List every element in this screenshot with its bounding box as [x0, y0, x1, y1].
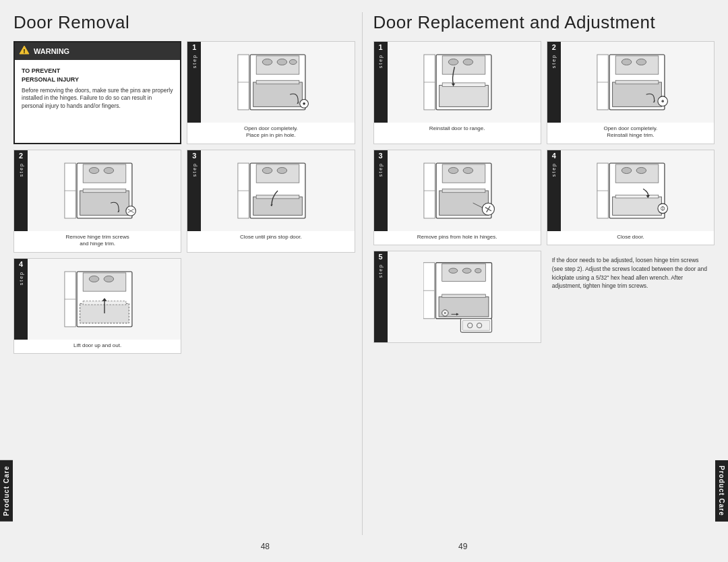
right-step-2-image	[561, 42, 714, 123]
svg-point-4	[262, 59, 272, 65]
svg-point-92	[475, 269, 481, 273]
svg-point-64	[662, 100, 665, 102]
svg-rect-32	[253, 197, 303, 215]
svg-point-78	[622, 167, 632, 173]
svg-rect-96	[442, 294, 486, 298]
right-step-2-number: 2	[552, 43, 556, 51]
svg-rect-3	[256, 56, 299, 74]
left-step-2-number: 2	[19, 152, 23, 160]
svg-point-47	[448, 59, 458, 65]
svg-rect-15	[83, 164, 126, 183]
right-step-5-text-panel: If the door needs to be adjusted, loosen…	[547, 251, 715, 343]
right-step-4-caption: Close door.	[547, 231, 714, 245]
warning-header: ! WARNING	[15, 42, 180, 60]
svg-point-16	[89, 167, 99, 173]
left-step-3-label: step	[192, 162, 197, 177]
svg-rect-72	[442, 189, 485, 192]
svg-point-6	[289, 59, 297, 64]
svg-point-91	[462, 268, 471, 273]
right-row-1: 1 step	[373, 41, 715, 144]
right-step-2-caption: Open door completely.Reinstall hinge tri…	[547, 123, 714, 144]
right-step-4-image	[561, 150, 714, 231]
left-side-tab: Product Care	[0, 460, 13, 522]
right-step-3-number: 3	[378, 152, 382, 160]
right-step-3-card: 3 step	[373, 150, 541, 245]
left-steps-row2: 2 step	[13, 150, 355, 253]
left-step-4-label: step	[19, 271, 24, 285]
svg-point-5	[277, 59, 287, 65]
right-step-1-number: 1	[378, 43, 382, 51]
left-first-row: ! WARNING TO PREVENTPERSONAL INJURY Befo…	[13, 41, 355, 144]
svg-point-13	[303, 102, 305, 105]
svg-rect-83	[616, 195, 659, 198]
svg-rect-21	[83, 189, 126, 192]
svg-text:!: !	[24, 48, 26, 55]
svg-point-29	[277, 167, 287, 173]
svg-rect-27	[256, 164, 299, 183]
left-step-4-card: 4 step	[13, 258, 181, 354]
right-step-5-caption: If the door needs to be adjusted, loosen…	[552, 256, 709, 290]
right-section: Door Replacement and Adjustment 1 step	[362, 12, 715, 535]
svg-rect-51	[439, 86, 489, 107]
right-step-3-image	[388, 150, 541, 231]
left-step-2-label: step	[19, 162, 24, 177]
svg-rect-46	[442, 56, 485, 74]
right-side-tab: Product Care	[715, 460, 728, 522]
warning-body: Before removing the doors, make sure the…	[22, 87, 173, 111]
left-step-4-caption: Lift door up and out.	[14, 340, 181, 353]
right-step-1-card: 1 step	[373, 41, 541, 144]
svg-rect-71	[439, 191, 489, 215]
left-step-3-card: 3 step	[187, 150, 355, 253]
svg-rect-77	[616, 164, 659, 183]
svg-rect-10	[256, 80, 299, 84]
left-step-2-caption: Remove hinge trim screwsand hinge trim.	[14, 231, 181, 252]
svg-point-28	[262, 167, 272, 173]
svg-point-56	[622, 59, 632, 65]
right-step-2-card: 2 step	[547, 41, 715, 144]
left-title: Door Removal	[13, 12, 355, 33]
page-number-right: 49	[458, 542, 467, 551]
left-step-1-image	[201, 42, 354, 123]
svg-point-37	[89, 276, 99, 282]
svg-point-57	[636, 59, 646, 65]
svg-rect-60	[613, 82, 662, 106]
svg-point-79	[636, 167, 646, 173]
warning-box: ! WARNING TO PREVENTPERSONAL INJURY Befo…	[13, 41, 181, 144]
left-step-3-caption: Close until pins stop door.	[187, 231, 354, 245]
page-number-left: 48	[261, 542, 270, 551]
svg-rect-52	[442, 83, 485, 86]
svg-point-68	[463, 167, 473, 173]
right-step-1-caption: Reinstall door to range.	[374, 123, 541, 136]
right-step-5-label: step	[378, 263, 383, 278]
svg-rect-98	[462, 321, 490, 331]
left-step-4-number: 4	[19, 260, 23, 268]
right-step-4-label: step	[551, 162, 556, 177]
right-step-3-label: step	[378, 162, 383, 177]
left-step-2-image	[28, 150, 181, 231]
warning-sub: TO PREVENTPERSONAL INJURY	[22, 67, 173, 84]
right-step-1-label: step	[378, 54, 383, 68]
svg-point-67	[448, 167, 458, 173]
right-step-4-number: 4	[552, 152, 556, 160]
svg-rect-33	[256, 195, 299, 198]
left-section: Door Removal ! WARNING	[13, 12, 355, 535]
svg-rect-20	[80, 191, 129, 215]
left-step-2-card: 2 step	[13, 150, 181, 253]
right-step-5-image	[388, 251, 541, 342]
right-step-1-image	[388, 42, 541, 123]
left-step-1-label: step	[192, 54, 197, 68]
right-row-2: 3 step	[373, 150, 715, 245]
warning-icon: !	[19, 45, 30, 57]
svg-point-48	[463, 59, 473, 65]
left-step-1-number: 1	[192, 43, 196, 51]
svg-rect-55	[616, 56, 659, 74]
svg-rect-61	[616, 80, 659, 84]
right-rows: 1 step	[373, 41, 715, 343]
left-step-4-image	[28, 259, 181, 340]
svg-point-38	[104, 276, 114, 282]
svg-rect-82	[613, 197, 662, 215]
left-step-3-number: 3	[192, 152, 196, 160]
right-step-5-number: 5	[378, 253, 382, 261]
page-numbers: 48 49	[261, 542, 468, 551]
left-steps-row3: 4 step	[13, 258, 355, 354]
